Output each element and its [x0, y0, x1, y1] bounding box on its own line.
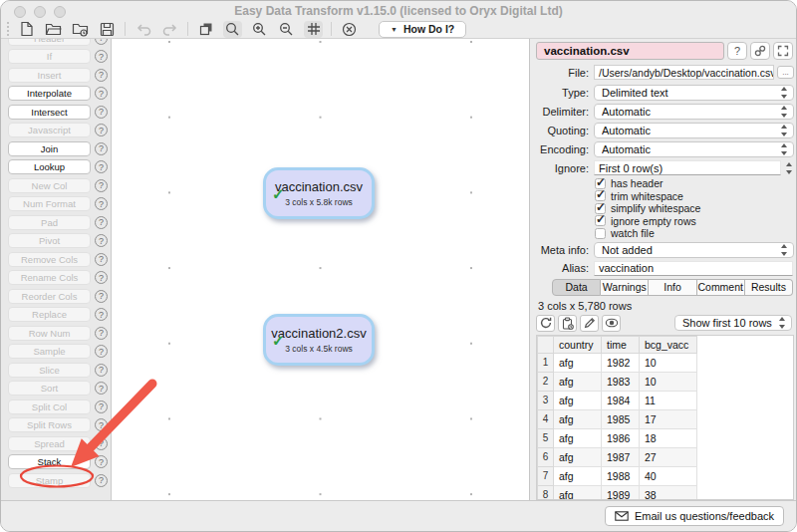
help-icon[interactable]: ?: [95, 271, 108, 284]
help-icon[interactable]: ?: [95, 308, 108, 321]
help-icon[interactable]: ?: [95, 124, 108, 136]
stepper-icon[interactable]: [785, 162, 794, 174]
tab-warnings[interactable]: Warnings: [601, 279, 649, 296]
toolbar-drag-handle-icon[interactable]: [7, 22, 9, 36]
tab-info[interactable]: Info: [649, 279, 696, 296]
type-dropdown[interactable]: Delimited text: [594, 85, 794, 101]
edit-pencil-button[interactable]: [580, 315, 599, 332]
table-cell: 1987: [602, 447, 640, 466]
tab-comment[interactable]: Comment: [697, 279, 745, 296]
help-icon[interactable]: ?: [95, 69, 108, 82]
alias-field[interactable]: vaccination: [594, 261, 793, 276]
link-button[interactable]: [750, 42, 770, 60]
help-icon[interactable]: ?: [95, 50, 108, 63]
help-icon[interactable]: ?: [95, 179, 108, 192]
help-icon[interactable]: ?: [95, 290, 108, 303]
open-recent-button[interactable]: [71, 21, 90, 38]
help-icon[interactable]: ?: [95, 87, 108, 100]
help-icon[interactable]: ?: [95, 345, 108, 358]
delimiter-dropdown[interactable]: Automatic: [594, 104, 794, 120]
help-icon[interactable]: ?: [95, 160, 108, 173]
close-window-icon[interactable]: [14, 6, 26, 18]
show-rows-dropdown[interactable]: Show first 10 rows: [674, 315, 792, 331]
help-button[interactable]: ?: [727, 42, 747, 60]
transform-row: Header?: [1, 39, 111, 48]
help-icon[interactable]: ?: [95, 39, 108, 45]
help-icon[interactable]: ?: [95, 327, 108, 340]
table-cell: 1982: [602, 353, 640, 372]
minimize-window-icon[interactable]: [34, 6, 46, 18]
node-name-field[interactable]: vaccination.csv: [536, 42, 724, 60]
table-row[interactable]: 2afg198310: [538, 372, 697, 391]
file-path-field[interactable]: /Users/andyb/Desktop/vaccination.csv: [594, 65, 774, 80]
row-number-cell: 5: [538, 428, 554, 447]
row-number-cell: 4: [538, 409, 554, 428]
dataset-node-vaccination-csv[interactable]: ✓vaccination.csv3 cols x 5.8k rows: [263, 167, 375, 219]
how-do-i-button[interactable]: ▼How Do I?: [379, 21, 466, 38]
cancel-button[interactable]: [340, 21, 359, 38]
help-icon[interactable]: ?: [95, 253, 108, 266]
help-icon[interactable]: ?: [95, 474, 108, 487]
help-icon[interactable]: ?: [95, 197, 108, 210]
help-icon[interactable]: ?: [95, 142, 108, 155]
email-feedback-button[interactable]: Email us questions/feedback: [605, 506, 784, 526]
preview-eye-button[interactable]: [602, 315, 621, 332]
transform-row: Remove Cols?: [1, 250, 111, 269]
dataset-node-vaccination2-csv[interactable]: ✓vaccination2.csv3 cols x 4.5k rows: [263, 314, 375, 366]
tab-results[interactable]: Results: [745, 279, 793, 296]
table-row[interactable]: 3afg198411: [538, 391, 697, 409]
encoding-dropdown[interactable]: Automatic: [594, 141, 794, 157]
checkbox-ignore-empty-rows[interactable]: ✓ignore empty rows: [595, 215, 794, 228]
duplicate-button[interactable]: [196, 21, 215, 38]
table-row[interactable]: 5afg198618: [538, 428, 697, 447]
zoom-window-icon[interactable]: [54, 6, 66, 18]
help-icon[interactable]: ?: [95, 400, 108, 413]
table-cell: 11: [640, 391, 697, 409]
zoom-in-button[interactable]: [250, 21, 269, 38]
table-row[interactable]: 1afg198210: [538, 353, 697, 372]
sidebar-item-lookup[interactable]: Lookup: [8, 159, 91, 174]
help-icon[interactable]: ?: [95, 234, 108, 247]
sidebar-item-intersect[interactable]: Intersect: [8, 105, 91, 120]
transform-row: Interpolate?: [1, 85, 111, 104]
save-button[interactable]: [98, 21, 117, 38]
open-file-button[interactable]: [44, 21, 63, 38]
checkbox-has-header[interactable]: ✓has header: [595, 177, 794, 190]
checkbox-watch-file[interactable]: watch file: [595, 227, 794, 240]
help-icon[interactable]: ?: [95, 455, 108, 468]
sidebar-item-sort: Sort: [8, 381, 91, 396]
ignore-rows-field[interactable]: First 0 row(s): [594, 160, 781, 175]
new-file-button[interactable]: [17, 21, 36, 38]
help-icon[interactable]: ?: [95, 106, 108, 119]
checkbox-simplify-whitespace[interactable]: ✓simplify whitespace: [595, 202, 794, 215]
transform-row: Sort?: [1, 380, 111, 399]
checkbox-trim-whitespace[interactable]: ✓trim whitespace: [595, 190, 794, 203]
sidebar-item-stack[interactable]: Stack: [8, 454, 91, 469]
help-icon[interactable]: ?: [95, 364, 108, 377]
meta-info-dropdown[interactable]: Not added: [594, 242, 794, 258]
help-icon[interactable]: ?: [95, 216, 108, 229]
pan-zoom-tool-button[interactable]: [223, 21, 242, 38]
help-icon[interactable]: ?: [95, 382, 108, 395]
meta-label: Meta info:: [536, 244, 589, 256]
sidebar-item-interpolate[interactable]: Interpolate: [8, 86, 91, 101]
table-row[interactable]: 7afg198840: [538, 466, 697, 485]
workflow-canvas[interactable]: ✓vaccination.csv3 cols x 5.8k rows✓vacci…: [112, 39, 529, 500]
table-row[interactable]: 8afg198938: [538, 485, 697, 500]
help-icon[interactable]: ?: [95, 437, 108, 450]
browse-button[interactable]: ...: [777, 66, 794, 79]
snap-grid-button[interactable]: [304, 21, 323, 38]
table-cell: afg: [554, 353, 602, 372]
option-row: Encoding:Automatic: [536, 141, 794, 157]
copy-clipboard-button[interactable]: [558, 315, 577, 332]
table-row[interactable]: 4afg198517: [538, 409, 697, 428]
sidebar-item-join[interactable]: Join: [8, 141, 91, 156]
table-row[interactable]: 6afg198727: [538, 447, 697, 466]
help-icon[interactable]: ?: [95, 418, 108, 431]
transform-row: Join?: [1, 139, 111, 158]
refresh-button[interactable]: [536, 315, 555, 332]
expand-button[interactable]: [773, 42, 793, 60]
quoting-dropdown[interactable]: Automatic: [594, 123, 794, 138]
tab-data[interactable]: Data: [552, 279, 601, 296]
zoom-out-button[interactable]: [277, 21, 296, 38]
